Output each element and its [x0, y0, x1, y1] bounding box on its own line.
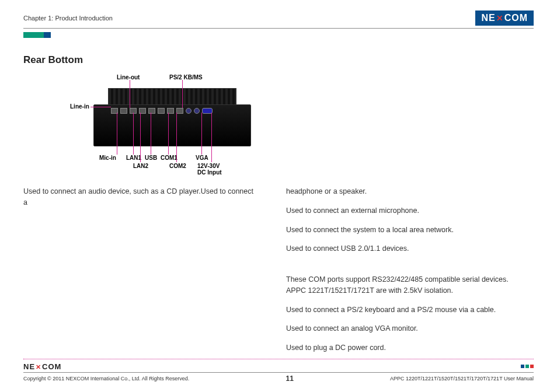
brand-logo: NE✕COM: [475, 10, 534, 26]
port-icon: [176, 108, 183, 114]
label-lan1: LAN1: [126, 155, 141, 161]
footer-dots-icon: [521, 365, 534, 368]
footer-top-row: NE✕COM: [23, 359, 534, 373]
right-paragraph: Used to plug a DC power cord.: [286, 342, 525, 354]
chapter-title: Chapter 1: Product Introduction: [23, 15, 113, 22]
lead-line: [176, 113, 177, 162]
label-vga: VGA: [196, 155, 208, 161]
header-bar: Chapter 1: Product Introduction NE✕COM: [23, 10, 534, 29]
brand-x-icon: ✕: [496, 13, 504, 23]
right-paragraph: Used to connect USB 2.0/1.1 devices.: [286, 243, 525, 254]
lead-line: [130, 80, 130, 108]
label-dc-line1: 12V-30V: [197, 163, 220, 169]
right-paragraph: Used to connect an external microphone.: [286, 205, 525, 216]
label-line-in: Line-in: [70, 103, 89, 110]
right-paragraph: Used to connect the system to a local ar…: [286, 225, 525, 236]
lead-line: [140, 113, 141, 162]
port-icon: [120, 108, 127, 114]
port-icon: [148, 108, 155, 114]
brand-right: COM: [42, 362, 61, 371]
section-heading: Rear Bottom: [23, 54, 534, 66]
footer-logo: NE✕COM: [23, 362, 61, 371]
label-ps2: PS/2 KB/MS: [169, 74, 203, 80]
lead-line: [133, 113, 134, 155]
port-diagram: Line-out PS/2 KB/MS Line-in Mic-in LAN1 …: [58, 71, 292, 176]
brand-right: COM: [504, 13, 528, 23]
port-row: [111, 107, 234, 115]
label-com2: COM2: [169, 163, 186, 169]
page-number: 11: [286, 374, 293, 383]
right-paragraph: These COM ports support RS232/422/485 co…: [286, 274, 525, 296]
port-icon: [194, 108, 200, 114]
lead-line: [182, 80, 183, 108]
lead-line: [168, 113, 169, 155]
brand-left: NE: [481, 13, 495, 23]
copyright-text: Copyright © 2011 NEXCOM International Co…: [23, 376, 189, 382]
port-icon: [158, 108, 165, 114]
lead-line: [117, 113, 117, 155]
left-column: Used to connect an audio device, such as…: [23, 186, 257, 354]
label-mic-in: Mic-in: [99, 155, 116, 161]
label-lan2: LAN2: [133, 163, 148, 169]
accent-bar: [23, 32, 44, 38]
port-icon: [186, 108, 192, 114]
label-dc-line2: DC Input: [197, 169, 222, 176]
label-line-out: Line-out: [117, 74, 140, 80]
lead-line: [151, 113, 151, 155]
right-paragraph: Used to connect a PS/2 keyboard and a PS…: [286, 304, 525, 316]
lead-line: [90, 107, 111, 107]
label-com1: COM1: [161, 155, 177, 161]
right-column: headphone or a speaker. Used to connect …: [286, 186, 525, 354]
footer: NE✕COM Copyright © 2011 NEXCOM Internati…: [23, 359, 534, 383]
left-paragraph: Used to connect an audio device, such as…: [23, 186, 257, 208]
brand-left: NE: [23, 362, 35, 371]
brand-x-icon: ✕: [36, 363, 41, 370]
manual-title: APPC 1220T/1221T/1520T/1521T/1720T/1721T…: [390, 376, 534, 382]
label-usb: USB: [145, 155, 157, 161]
body-columns: Used to connect an audio device, such as…: [23, 186, 534, 354]
right-paragraph: headphone or a speaker.: [286, 186, 525, 197]
lead-line: [211, 113, 212, 162]
footer-bottom-row: Copyright © 2011 NEXCOM International Co…: [23, 373, 534, 383]
right-paragraph: Used to connect an analog VGA monitor.: [286, 323, 525, 334]
lead-line: [201, 113, 202, 155]
